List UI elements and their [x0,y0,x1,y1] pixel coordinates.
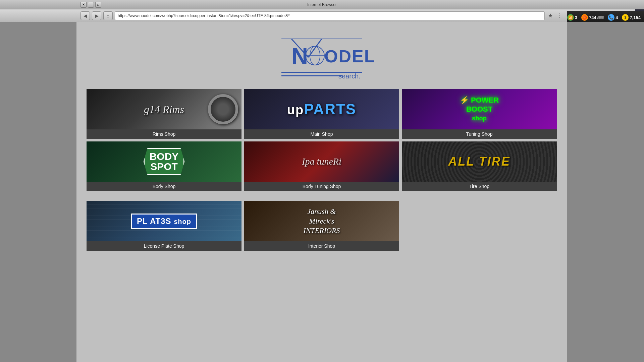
title-bar: ✕ – □ Internet Browser [0,0,644,9]
interior-shop-card[interactable]: Janush &Mireck'sINTERIORS Interior Shop [244,201,399,251]
signal-icon: 📶 [567,14,574,21]
main-shop-image: upPARTS [244,89,399,129]
phone-value: 4 [615,15,618,20]
money-icon: $ [622,14,629,21]
body-shop-card[interactable]: BODYSPOT Body Shop [87,141,241,191]
tire-overlay: ALL TIRE [402,141,557,182]
rims-shop-image: g14 Rims [87,89,241,129]
phone-icon: 📞 [608,14,614,21]
forward-button[interactable]: ▶ [92,11,101,20]
plates-overlay: PL AT3S shop [87,201,241,241]
parts-overlay: upPARTS [244,89,399,129]
main-shop-label: Main Shop [244,129,399,139]
signal-value: 3 [575,15,577,20]
bodyspot-overlay-text: BODYSPOT [144,148,185,175]
svg-text:ODEL: ODEL [324,47,375,66]
tire-shop-label: Tire Shop [402,182,557,191]
tuning-overlay: ⚡ POWERBOOSTshop [402,89,557,129]
tire-overlay-text: ALL TIRE [448,155,510,169]
plates-overlay-text: PL AT3S shop [131,214,197,229]
browser-toolbar: ◀ ▶ ⌂ ★ ⋮ 📶 3 ⭕ 744 /888 📞 4 $ 7,154 [0,9,644,22]
bottom-row: PL AT3S shop License Plate Shop Janush &… [76,201,567,261]
xp-icon: ⭕ [581,14,588,21]
left-sidebar [0,22,76,362]
plates-shop-label: License Plate Shop [87,241,241,251]
bodytuning-shop-image: Ipa tuneRi [244,141,399,182]
interior-overlay: Janush &Mireck'sINTERIORS [244,201,399,241]
right-sidebar [567,22,644,362]
title-bar-buttons: ✕ – □ [80,2,101,8]
xp-indicator: ⭕ 744 /888 [581,14,604,21]
parts-overlay-text: upPARTS [287,101,356,118]
signal-indicator: 📶 3 [567,14,577,21]
bodytuning-shop-card[interactable]: Ipa tuneRi Body Tuning Shop [244,141,399,191]
rims-overlay: g14 Rims [87,89,241,129]
address-bar[interactable] [115,11,545,20]
shop-grid: g14 Rims Rims Shop upPARTS Main Shop ⚡ P… [76,86,567,201]
bodytuning-overlay: Ipa tuneRi [244,141,399,182]
maximize-button[interactable]: □ [95,2,101,8]
tuning-shop-label: Tuning Shop [402,129,557,139]
rims-shop-card[interactable]: g14 Rims Rims Shop [87,89,241,139]
xp-value: 744 [589,15,596,20]
bodytuning-overlay-text: Ipa tuneRi [302,156,341,167]
plates-shop-card[interactable]: PL AT3S shop License Plate Shop [87,201,241,251]
bodytuning-shop-label: Body Tuning Shop [244,182,399,191]
close-button[interactable]: ✕ [80,2,87,8]
bookmark-icon[interactable]: ★ [547,12,554,19]
main-shop-card[interactable]: upPARTS Main Shop [244,89,399,139]
menu-icon[interactable]: ⋮ [556,12,564,19]
interior-shop-label: Interior Shop [244,241,399,251]
minimize-button[interactable]: – [88,2,94,8]
money-value: 7,154 [630,15,641,20]
browser-content: ODEL N search. g14 Rims Rims Shop upPART… [76,22,567,362]
xp-sub: /888 [597,16,604,19]
window-title: Internet Browser [307,2,337,7]
interior-shop-image: Janush &Mireck'sINTERIORS [244,201,399,241]
money-indicator: $ 7,154 [622,14,641,21]
rims-overlay-text: g14 Rims [144,103,184,116]
body-shop-image: BODYSPOT [87,141,241,182]
logo-area: ODEL N search. [76,22,567,86]
tuning-shop-card[interactable]: ⚡ POWERBOOSTshop Tuning Shop [402,89,557,139]
back-button[interactable]: ◀ [80,11,90,20]
svg-line-4 [308,39,322,57]
tire-shop-card[interactable]: ALL TIRE Tire Shop [402,141,557,191]
body-shop-label: Body Shop [87,182,241,191]
tire-shop-image: ALL TIRE [402,141,557,182]
interior-overlay-text: Janush &Mireck'sINTERIORS [304,207,340,236]
bodyspot-overlay: BODYSPOT [87,141,241,182]
rims-shop-label: Rims Shop [87,129,241,139]
svg-text:search.: search. [338,72,361,80]
phone-indicator: 📞 4 [608,14,618,21]
home-button[interactable]: ⌂ [103,11,113,20]
noodel-logo: ODEL N search. [265,29,379,82]
svg-text:N: N [291,43,308,69]
tuning-overlay-text: ⚡ POWERBOOSTshop [460,96,499,122]
plates-shop-image: PL AT3S shop [87,201,241,241]
tuning-shop-image: ⚡ POWERBOOSTshop [402,89,557,129]
